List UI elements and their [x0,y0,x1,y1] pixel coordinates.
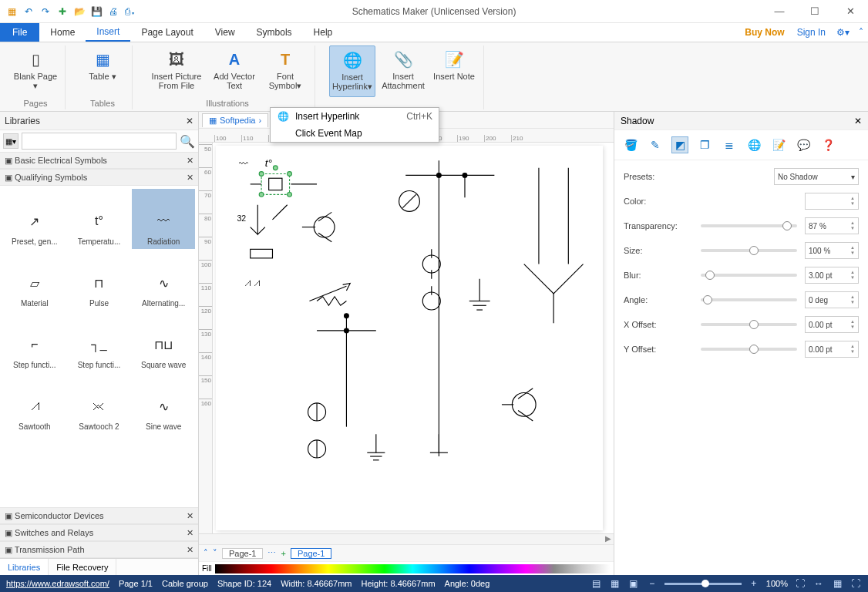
grid-icon[interactable]: ▦ [831,578,843,589]
fullscreen-icon[interactable]: ⛶ [849,578,862,589]
maximize-button[interactable]: ☐ [802,3,828,20]
tab-help[interactable]: Help [303,23,344,42]
redo-icon[interactable]: ↷ [39,5,52,18]
edit-icon[interactable]: 📝 [770,136,787,153]
nav-up-icon[interactable]: ˄ [204,548,208,558]
tab-page-layout[interactable]: Page Layout [130,23,204,42]
collapse-ribbon-icon[interactable]: ˄ [854,23,868,42]
dropdown-click-event-map[interactable]: Click Event Map [271,125,439,142]
help-icon[interactable]: ❓ [819,136,836,153]
close-icon[interactable]: ✕ [187,173,193,183]
slider[interactable] [701,298,797,301]
export-icon[interactable]: ⎙▾ [123,5,137,18]
add-vector-text-button[interactable]: A Add Vector Text [211,45,257,97]
add-page-icon[interactable]: + [281,549,285,558]
file-tab[interactable]: File [0,23,39,42]
insert-note-button[interactable]: 📝 Insert Note [431,45,477,97]
library-item[interactable]: ⊓Pulse [68,251,131,311]
presets-select[interactable]: No Shadow▾ [774,168,859,185]
options-icon[interactable]: ⋯ [267,548,276,558]
chevron-right-icon[interactable]: › [258,116,261,125]
prop-value[interactable]: 87 %▲▼ [805,217,859,234]
insert-hyperlink-button[interactable]: 🌐 Insert Hyperlink▾ [329,45,375,97]
tab-libraries[interactable]: Libraries [0,559,49,575]
close-icon[interactable]: ✕ [854,116,862,126]
print-icon[interactable]: 🖨 [106,5,120,18]
prop-value[interactable]: 0 deg▲▼ [805,291,859,308]
library-item[interactable]: 〰Radiation [132,189,195,249]
doc-tab[interactable]: ▦ Softpedia › [202,113,268,127]
prop-value[interactable]: 0.00 pt▲▼ [805,341,859,358]
sign-in-link[interactable]: Sign In [791,23,832,42]
undo-icon[interactable]: ↶ [22,5,35,18]
library-category[interactable]: ▣ Switches and Relays✕ [0,524,198,541]
slider[interactable] [701,224,797,227]
new-icon[interactable]: ✚ [56,5,69,18]
color-strip[interactable] [215,564,611,574]
font-symbol-button[interactable]: T Font Symbol▾ [262,45,308,97]
tab-file-recovery[interactable]: File Recovery [49,559,116,575]
view-mode-3-icon[interactable]: ▣ [627,578,640,589]
layer-tool-icon[interactable]: ❐ [696,136,713,153]
open-icon[interactable]: 📂 [72,5,86,18]
search-icon[interactable]: 🔍 [180,134,195,149]
library-category[interactable]: ▣ Transmission Path✕ [0,541,198,558]
blank-page-button[interactable]: ▯ Blank Page ▾ [12,45,59,97]
tab-symbols[interactable]: Symbols [246,23,303,42]
scroll-right-icon[interactable]: ▶ [603,534,614,544]
close-icon[interactable]: ✕ [187,156,193,166]
page-tab-active[interactable]: Page-1 [291,548,331,559]
zoom-in-icon[interactable]: + [748,578,760,589]
slider[interactable] [701,274,797,277]
library-item[interactable]: ∿Sine wave [132,374,195,434]
comment-icon[interactable]: 💬 [795,136,812,153]
close-button[interactable]: ✕ [837,3,863,20]
table-button[interactable]: ▦ Table ▾ [79,45,126,97]
insert-attachment-button[interactable]: 📎 Insert Attachment [380,45,426,97]
search-input[interactable] [22,133,177,150]
line-tool-icon[interactable]: ✎ [647,136,664,153]
zoom-slider[interactable] [664,583,742,585]
library-item[interactable]: ⩘Sawtooth [3,374,66,434]
slider[interactable] [701,323,797,326]
view-mode-1-icon[interactable]: ▤ [590,578,603,589]
insert-picture-button[interactable]: 🖼 Insert Picture From File [146,45,207,97]
fit-page-icon[interactable]: ⛶ [794,578,806,589]
fill-tool-icon[interactable]: 🪣 [622,136,639,153]
canvas[interactable]: t° 〰 32 [216,146,603,530]
align-tool-icon[interactable]: ≣ [721,136,738,153]
zoom-out-icon[interactable]: − [646,578,658,589]
status-url[interactable]: https://www.edrawsoft.com/ [6,579,109,588]
dropdown-insert-hyperlink[interactable]: 🌐 Insert Hyperlink Ctrl+K [271,108,439,125]
close-icon[interactable]: ✕ [187,528,193,538]
nav-down-icon[interactable]: ˅ [213,548,217,558]
buy-now-link[interactable]: Buy Now [738,23,790,42]
page-tab-1[interactable]: Page-1 [222,548,263,559]
tab-home[interactable]: Home [39,23,86,42]
fit-width-icon[interactable]: ↔ [812,578,825,589]
close-icon[interactable]: ✕ [186,116,193,126]
tab-insert[interactable]: Insert [86,23,130,42]
minimize-button[interactable]: — [766,3,792,20]
library-category[interactable]: ▣ Basic Electrical Symbols✕ [0,152,198,169]
prop-value[interactable]: 100 %▲▼ [805,242,859,259]
prop-value[interactable]: ▲▼ [805,193,859,210]
library-item[interactable]: ∿Alternating... [132,251,195,311]
library-item[interactable]: ⊓⊔Square wave [132,312,195,372]
library-item[interactable]: ⌐Step functi... [3,312,66,372]
close-icon[interactable]: ✕ [187,511,193,521]
library-view-mode[interactable]: ▦▾ [3,133,19,149]
gear-icon[interactable]: ⚙▾ [832,23,854,42]
library-item[interactable]: ⩙Sawtooch 2 [68,374,131,434]
shadow-tool-icon[interactable]: ◩ [671,136,688,153]
prop-value[interactable]: 0.00 pt▲▼ [805,316,859,333]
library-item[interactable]: ↗Preset, gen... [3,189,66,249]
prop-value[interactable]: 3.00 pt▲▼ [805,267,859,284]
slider[interactable] [701,348,797,351]
globe-icon[interactable]: 🌐 [745,136,762,153]
close-icon[interactable]: ✕ [187,545,193,555]
save-icon[interactable]: 💾 [89,5,103,18]
view-mode-2-icon[interactable]: ▦ [609,578,621,589]
library-category[interactable]: ▣ Qualifying Symbols✕ [0,169,198,186]
library-item[interactable]: ▱Material [3,251,66,311]
